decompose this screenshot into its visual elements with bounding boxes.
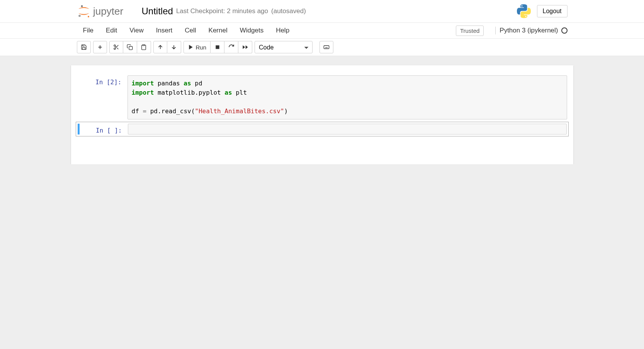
- paste-cell-button[interactable]: [137, 41, 151, 53]
- svg-marker-17: [245, 45, 248, 49]
- svg-marker-18: [243, 45, 245, 49]
- notebook-header: jupyter Untitled Last Checkpoint: 2 minu…: [0, 0, 644, 23]
- fast-forward-icon: [242, 44, 248, 50]
- plus-icon: [97, 44, 103, 50]
- move-cell-up-button[interactable]: [153, 41, 167, 53]
- scissors-icon: [113, 44, 119, 50]
- kernel-name[interactable]: Python 3 (ipykernel): [495, 27, 558, 34]
- move-cell-down-button[interactable]: [167, 41, 181, 53]
- python-logo-icon: [517, 4, 531, 18]
- svg-point-7: [114, 48, 116, 49]
- input-prompt: In [2]:: [82, 75, 124, 86]
- menu-view[interactable]: View: [123, 24, 150, 37]
- insert-cell-below-button[interactable]: [93, 41, 107, 53]
- save-button[interactable]: [77, 41, 91, 53]
- menu-insert[interactable]: Insert: [150, 24, 179, 37]
- menu-widgets[interactable]: Widgets: [234, 24, 270, 37]
- interrupt-kernel-button[interactable]: [211, 41, 224, 53]
- restart-run-all-button[interactable]: [238, 41, 252, 53]
- save-icon: [81, 44, 87, 50]
- menu-file[interactable]: File: [77, 24, 100, 37]
- stop-icon: [214, 44, 221, 50]
- restart-kernel-button[interactable]: [224, 41, 238, 53]
- kernel-idle-icon: [561, 27, 568, 34]
- notebook-name[interactable]: Untitled: [142, 6, 173, 17]
- svg-rect-12: [143, 44, 144, 46]
- keyboard-icon: [323, 44, 330, 50]
- svg-rect-16: [216, 45, 219, 49]
- run-button[interactable]: Run: [184, 41, 211, 53]
- svg-point-0: [81, 5, 83, 7]
- code-cell[interactable]: In [ ]:: [76, 122, 569, 136]
- cell-type-select[interactable]: Code: [255, 41, 313, 53]
- arrow-up-icon: [157, 44, 163, 50]
- menu-kernel[interactable]: Kernel: [202, 24, 234, 37]
- code-input[interactable]: import pandas as pdimport matplotlib.pyp…: [127, 75, 567, 119]
- menu-help[interactable]: Help: [270, 24, 296, 37]
- menubar: FileEditViewInsertCellKernelWidgetsHelp …: [0, 23, 644, 39]
- checkpoint-status: Last Checkpoint: 2 minutes ago: [176, 7, 268, 15]
- copy-icon: [127, 44, 133, 50]
- svg-rect-19: [324, 46, 329, 49]
- code-input[interactable]: [128, 124, 567, 134]
- svg-rect-11: [129, 46, 133, 50]
- command-palette-button[interactable]: [319, 41, 333, 53]
- autosave-status: (autosaved): [271, 7, 306, 15]
- restart-icon: [228, 44, 234, 50]
- logout-button[interactable]: Logout: [537, 5, 568, 17]
- notebook-container: In [2]:import pandas as pdimport matplot…: [71, 65, 573, 164]
- paste-icon: [141, 44, 147, 50]
- input-prompt: In [ ]:: [82, 124, 124, 134]
- svg-text:jupyter: jupyter: [93, 5, 123, 17]
- menu-cell[interactable]: Cell: [178, 24, 202, 37]
- svg-marker-15: [189, 45, 192, 49]
- toolbar: Run Code: [0, 39, 644, 56]
- svg-line-10: [115, 46, 116, 47]
- svg-line-9: [117, 48, 118, 49]
- jupyter-logo[interactable]: jupyter: [77, 4, 135, 19]
- svg-point-2: [88, 16, 89, 17]
- play-icon: [188, 44, 194, 50]
- arrow-down-icon: [171, 44, 177, 50]
- trusted-badge[interactable]: Trusted: [456, 26, 484, 36]
- code-cell[interactable]: In [2]:import pandas as pdimport matplot…: [76, 74, 569, 121]
- copy-cell-button[interactable]: [123, 41, 137, 53]
- svg-point-6: [114, 45, 116, 46]
- menu-edit[interactable]: Edit: [100, 24, 123, 37]
- svg-point-1: [78, 15, 81, 17]
- cut-cell-button[interactable]: [109, 41, 123, 53]
- run-label: Run: [196, 44, 207, 51]
